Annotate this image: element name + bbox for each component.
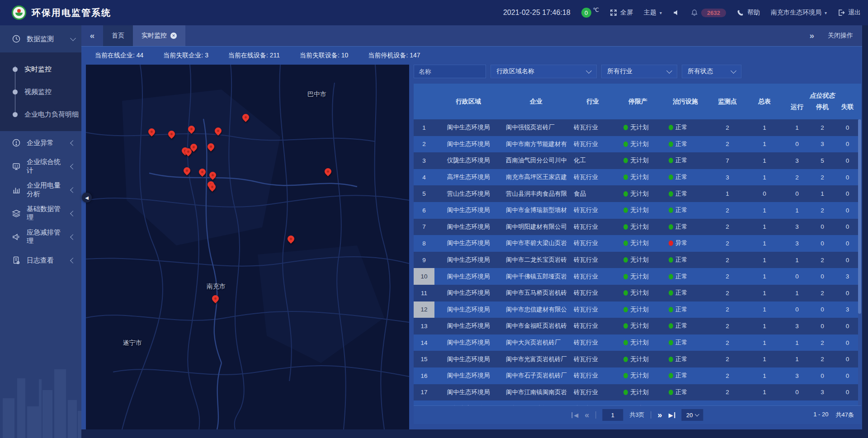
first-page-button[interactable]: ◀: [571, 412, 578, 418]
row-region-cell: 仪陇生态环境局: [434, 152, 502, 169]
pager-divider: [651, 411, 651, 419]
tab-首页[interactable]: 首页: [103, 25, 133, 46]
row-stop-cell: 3: [810, 136, 835, 153]
status-label: 正常: [675, 140, 688, 148]
row-facility-cell: 正常: [660, 119, 710, 136]
page-size-select[interactable]: 20: [682, 409, 703, 421]
mute-speaker-button[interactable]: [673, 9, 680, 16]
next-page-button[interactable]: »: [658, 411, 662, 419]
row-offline-cell: 0: [835, 152, 860, 169]
table-row[interactable]: 13阆中生态环境局阆中市金福旺页岩机砖砖瓦行业无计划正常21300: [414, 318, 861, 334]
table-row[interactable]: 12阆中生态环境局阆中市忠信建材有限公砖瓦行业无计划正常21003: [414, 301, 861, 318]
prev-page-button[interactable]: «: [585, 411, 589, 419]
col-header-industry: 行业: [570, 84, 615, 119]
col-header-meter: 总表: [745, 84, 784, 119]
sidebar-subitem[interactable]: 实时监控: [0, 58, 81, 80]
scrollbar-thumb[interactable]: [858, 119, 861, 314]
scroll-tabs-left-button[interactable]: «: [81, 25, 103, 46]
sidebar-item[interactable]: 应急减排管理: [0, 225, 81, 249]
sidebar-subitem[interactable]: 视频监控: [0, 80, 81, 103]
col-header-production: 停限产: [615, 84, 660, 119]
row-production-cell: 无计划: [615, 136, 660, 153]
status-dot-icon: [669, 373, 673, 378]
collapse-sidebar-button[interactable]: ◀: [82, 193, 92, 203]
sidebar-item[interactable]: 数据监测: [0, 25, 81, 52]
name-filter-input[interactable]: [414, 65, 486, 78]
table-row[interactable]: 5营山生态环境局营山县润丰肉食品有限食品无计划正常10010: [414, 185, 861, 202]
status-label: 无计划: [630, 339, 649, 347]
theme-dropdown[interactable]: 主题▾: [644, 9, 662, 17]
table-row[interactable]: 9阆中生态环境局阆中市二龙长宝页岩砖砖瓦行业无计划正常21120: [414, 252, 861, 268]
col-header-stop: 停机: [810, 103, 835, 111]
table-row[interactable]: 14阆中生态环境局阆中大兴页岩机砖厂砖瓦行业无计划正常21120: [414, 334, 861, 351]
sidebar-item[interactable]: 日志查看: [0, 249, 81, 272]
tab-close-icon[interactable]: ✕: [170, 33, 177, 39]
row-company-cell: 阆中市金福旺页岩机砖: [502, 318, 570, 334]
sidebar-item[interactable]: 基础数据管理: [0, 202, 81, 225]
close-operations-button[interactable]: 关闭操作: [828, 32, 853, 40]
stat-item: 当前在线企业: 44: [95, 52, 143, 60]
table-row[interactable]: 1阆中生态环境局阆中强锐页岩砖厂砖瓦行业无计划正常21120: [414, 119, 861, 136]
help-button[interactable]: 帮助: [737, 9, 760, 17]
row-region-cell: 营山生态环境局: [434, 185, 502, 202]
status-label: 无计划: [630, 322, 649, 330]
row-company-cell: 阆中大兴页岩机砖厂: [502, 334, 570, 351]
table-row[interactable]: 15阆中生态环境局阆中市光富页岩机砖厂砖瓦行业无计划正常21120: [414, 351, 861, 367]
sidebar-item[interactable]: 企业用电量分析: [0, 178, 81, 202]
chevron-left-icon: [70, 164, 76, 170]
row-monitor-cell: 2: [710, 136, 745, 153]
sidebar-item[interactable]: 企业综合统计: [0, 155, 81, 178]
table-row[interactable]: 8阆中生态环境局阆中市枣碧大梁山页岩砖瓦行业无计划异常21300: [414, 235, 861, 252]
row-run-cell: 3: [784, 219, 810, 235]
row-stop-cell: 2: [810, 169, 835, 186]
status-label: 正常: [675, 223, 688, 231]
row-industry-cell: 砖瓦行业: [570, 334, 615, 351]
industry-filter-select[interactable]: 所有行业: [601, 65, 677, 78]
table-row[interactable]: 4高坪生态环境局南充市高坪区王家店建砖瓦行业无计划正常31220: [414, 169, 861, 186]
tab-实时监控[interactable]: 实时监控✕: [133, 25, 185, 46]
organization-dropdown[interactable]: 南充市生态环境局▾: [771, 9, 827, 17]
region-filter-select[interactable]: 行政区域名称: [491, 65, 597, 78]
row-company-cell: 阆中市枣碧大梁山页岩: [502, 235, 570, 252]
scroll-tabs-right-button[interactable]: »: [809, 31, 814, 41]
table-row[interactable]: 16阆中生态环境局阆中市石子页岩机砖厂砖瓦行业无计划正常21300: [414, 367, 861, 384]
status-dot-icon: [669, 257, 673, 263]
fullscreen-button[interactable]: 全屏: [610, 9, 633, 17]
table-row[interactable]: 6阆中生态环境局阆中市金博瑞新型墙材砖瓦行业无计划正常21120: [414, 202, 861, 219]
app-title: 环保用电监管系统: [32, 7, 111, 19]
table-row[interactable]: 3仪陇生态环境局西南油气田分公司川中化工无计划正常71350: [414, 152, 861, 169]
table-row[interactable]: 2阆中生态环境局阆中市南方节能建材有砖瓦行业无计划正常21030: [414, 136, 861, 153]
row-index-cell: 10: [414, 268, 434, 285]
status-filter-select[interactable]: 所有状态: [682, 65, 741, 78]
status-dot-icon: [623, 307, 628, 312]
row-production-cell: 无计划: [615, 119, 660, 136]
table-scrollbar[interactable]: [858, 119, 861, 423]
table-row[interactable]: 7阆中生态环境局阆中明阳建材有限公司砖瓦行业无计划正常21300: [414, 219, 861, 235]
status-label: 正常: [675, 190, 688, 198]
map-panel[interactable]: 巴中市南充市遂宁市 ◀: [86, 65, 409, 429]
tabbar-right: » 关闭操作: [809, 25, 862, 46]
table-body: 1阆中生态环境局阆中强锐页岩砖厂砖瓦行业无计划正常211202阆中生态环境局阆中…: [414, 119, 861, 423]
page-number-input[interactable]: 1: [602, 409, 623, 421]
sidebar-item-label: 数据监测: [27, 35, 65, 43]
row-stop-cell: 0: [810, 268, 835, 285]
logout-button[interactable]: 退出: [838, 9, 861, 17]
app-header: 环保用电监管系统 2021-02-25 17:46:18 0 ℃ 全屏 主题▾: [0, 0, 868, 25]
row-production-cell: 无计划: [615, 152, 660, 169]
table-row[interactable]: 11阆中生态环境局阆中市五马桥页岩机砖砖瓦行业无计划正常21120: [414, 285, 861, 301]
status-dot-icon: [669, 290, 673, 296]
last-page-button[interactable]: ▶: [669, 412, 675, 418]
status-label: 无计划: [630, 273, 649, 281]
table-row[interactable]: 17阆中生态环境局阆中市江南镇阆南页岩砖瓦行业无计划正常21030: [414, 384, 861, 401]
sidebar-item[interactable]: 企业异常: [0, 131, 81, 155]
table-row[interactable]: 10阆中生态环境局阆中千佛镇五郎垭页岩砖瓦行业无计划正常21003: [414, 268, 861, 285]
row-meter-cell: 1: [745, 367, 784, 384]
row-stop-cell: 5: [810, 152, 835, 169]
row-production-cell: 无计划: [615, 219, 660, 235]
sidebar-subitem[interactable]: 企业电力负荷明细: [0, 103, 81, 126]
notifications[interactable]: 2632: [691, 9, 726, 17]
row-offline-cell: 0: [835, 119, 860, 136]
map-city-label: 南充市: [207, 283, 226, 291]
layers-icon: [12, 209, 21, 218]
row-facility-cell: 正常: [660, 136, 710, 153]
